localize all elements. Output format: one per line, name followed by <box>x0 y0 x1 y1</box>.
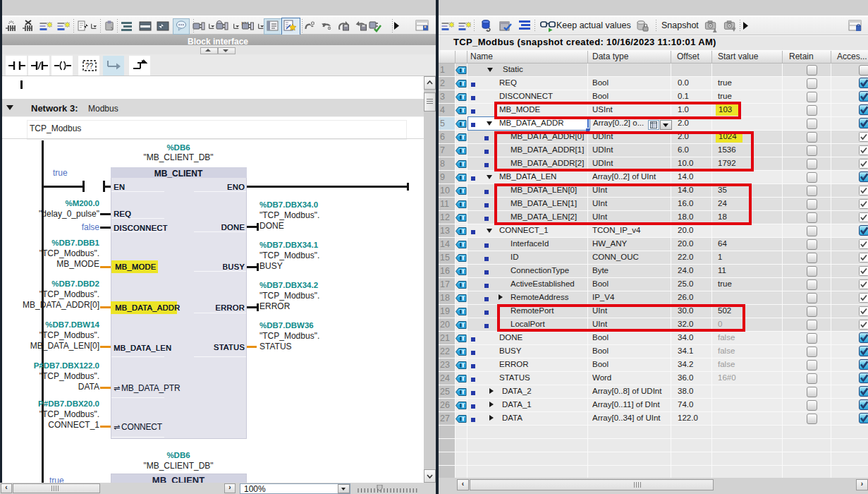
svg-text:??: ?? <box>85 62 94 70</box>
